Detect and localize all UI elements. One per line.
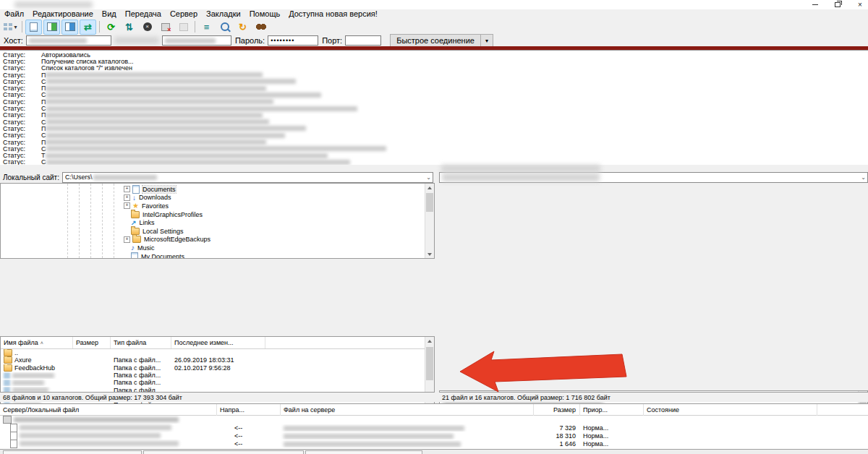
chevron-down-icon[interactable]: ⌄ (861, 174, 866, 181)
tree-item-label: Links (140, 219, 155, 226)
date-cell: 02.10.2017 9:56:28 (171, 364, 265, 372)
site-manager-button[interactable]: ▾ (2, 20, 19, 35)
cancel-button[interactable]: × (139, 20, 156, 35)
tree-item-microsoftedgebackups[interactable]: MicrosoftEdgeBackups (1, 236, 434, 244)
expand-icon[interactable] (124, 186, 130, 192)
tree-item-intelgraphicsprofiles[interactable]: IntelGraphicsProfiles (1, 210, 434, 219)
transfer-queue[interactable]: Сервер/Локальный файл Напра... Файл на с… (0, 403, 868, 450)
filter-button[interactable]: ≡ (198, 20, 215, 35)
tree-item-favorites[interactable]: ★Favorites (1, 202, 434, 210)
file-icon (10, 440, 17, 448)
file-row[interactable]: Папка с файл... (1, 372, 434, 379)
tree-item-music[interactable]: ♪Music (1, 244, 434, 252)
toggle-remote-tree-button[interactable] (61, 20, 78, 35)
quickconnect-dropdown-button[interactable]: ▾ (481, 34, 493, 47)
username-input[interactable] (162, 35, 231, 46)
toggle-log-button[interactable] (25, 20, 42, 35)
redacted-text (93, 175, 157, 180)
tree-item-local-settings[interactable]: Local Settings (1, 227, 434, 236)
menu-file[interactable]: Файл (0, 9, 28, 19)
close-button[interactable]: × (852, 1, 868, 9)
disconnect-button[interactable] (157, 20, 174, 35)
queue-tab[interactable] (143, 450, 304, 454)
chevron-down-icon[interactable]: ⌄ (426, 174, 431, 181)
queue-row[interactable] (0, 416, 868, 424)
splitter-horizontal[interactable] (0, 165, 868, 171)
folder-icon (4, 349, 12, 356)
tree-item-my-documents[interactable]: My Documents (1, 252, 434, 259)
quickconnect-button[interactable]: Быстрое соединение (390, 34, 481, 47)
password-input[interactable] (268, 35, 318, 46)
title-bar: × (0, 0, 868, 9)
column-header-type[interactable]: Тип файла (111, 337, 171, 348)
menu-bookmarks[interactable]: Закладки (202, 9, 245, 19)
process-queue-button[interactable]: ⇅ (121, 20, 137, 35)
column-header-server-local-file[interactable]: Сервер/Локальный файл (0, 404, 217, 416)
scrollbar-vertical[interactable] (425, 184, 434, 258)
queue-row[interactable]: <--18 310Норма... (0, 432, 868, 440)
menu-new-version[interactable]: Доступна новая версия! (284, 9, 382, 19)
message-log[interactable]: Статус:Авторизовались Статус:Получение с… (0, 50, 868, 165)
menu-help[interactable]: Помощь (245, 9, 285, 19)
column-header-remote-file[interactable]: Файл на сервере (281, 404, 534, 416)
expand-icon[interactable] (124, 194, 130, 201)
log-line: Статус:Авторизовались (0, 51, 868, 58)
column-header-direction[interactable]: Напра... (217, 404, 281, 416)
column-header-priority[interactable]: Приор... (580, 404, 644, 416)
tree-item-downloads[interactable]: ↓Downloads (1, 194, 434, 202)
column-header-size[interactable]: Размер (73, 337, 111, 348)
local-tree-icon (47, 22, 57, 31)
toolbar-separator (22, 21, 22, 33)
download-arrow-icon: ↓ (132, 194, 136, 201)
port-input[interactable] (345, 35, 381, 46)
menu-transfer[interactable]: Передача (121, 9, 166, 19)
host-input[interactable] (26, 35, 111, 46)
toggle-local-tree-button[interactable] (43, 20, 60, 35)
file-row[interactable]: AxureПапка с файл...26.09.2019 18:03:31 (1, 356, 434, 364)
queue-row[interactable]: <--1 646Норма... (0, 440, 868, 447)
column-header-modified[interactable]: Последнее измен... (171, 337, 265, 348)
expand-icon[interactable] (124, 202, 130, 209)
find-files-button[interactable] (252, 20, 269, 35)
queue-row[interactable]: <--7 329Норма... (0, 424, 868, 432)
expand-icon[interactable] (124, 236, 130, 243)
file-row[interactable]: Папка с файл... (1, 379, 434, 386)
scroll-down-button[interactable] (425, 250, 434, 258)
remote-site-combobox[interactable]: ⌄ (439, 172, 868, 183)
sync-browse-icon: ↻ (239, 22, 247, 32)
scroll-up-button[interactable] (425, 184, 434, 192)
minimize-button[interactable] (807, 1, 823, 9)
column-header-status[interactable]: Состояние (644, 404, 817, 416)
menu-server[interactable]: Сервер (166, 9, 202, 19)
compare-button[interactable] (216, 20, 233, 35)
queue-tab[interactable] (3, 450, 142, 454)
column-header-size[interactable]: Размер (534, 404, 580, 416)
scrollbar-thumb[interactable] (426, 193, 433, 212)
file-row[interactable]: FeedbackHubПапка с файл...02.10.2017 9:5… (1, 364, 434, 372)
splitter-vertical[interactable] (435, 171, 439, 401)
menu-view[interactable]: Вид (98, 9, 121, 19)
tree-item-links[interactable]: ↗Links (1, 218, 434, 227)
filter-icon: ≡ (204, 22, 210, 32)
queue-tab[interactable] (305, 450, 422, 454)
quickconnect-bar: Хост: Пароль: Порт: Быстрое соединение ▾ (0, 35, 868, 46)
local-tree-panel[interactable]: Documents ↓Downloads ★Favorites IntelGra… (0, 183, 435, 259)
reconnect-button[interactable] (175, 20, 192, 35)
scrollbar-thumb[interactable] (426, 347, 433, 380)
menu-edit[interactable]: Редактирование (28, 9, 98, 19)
scroll-up-button[interactable] (425, 337, 434, 345)
refresh-button[interactable]: ⟳ (103, 20, 119, 35)
local-site-combobox[interactable]: C:\Users\ ⌄ (62, 172, 433, 183)
sync-browse-button[interactable]: ↻ (234, 20, 251, 35)
tree-item-documents[interactable]: Documents (1, 185, 434, 194)
redacted-text (46, 153, 328, 158)
file-row[interactable]: .. (1, 349, 434, 356)
host-label: Хост: (4, 36, 23, 45)
minimize-icon (812, 4, 818, 5)
direction-cell: <-- (217, 424, 281, 432)
file-name: .. (14, 349, 18, 356)
toggle-queue-button[interactable]: ⇄ (80, 20, 96, 35)
window-title-redacted (14, 1, 93, 8)
column-header-name[interactable]: Имя файла˄ (1, 337, 73, 348)
restore-button[interactable] (830, 1, 846, 9)
